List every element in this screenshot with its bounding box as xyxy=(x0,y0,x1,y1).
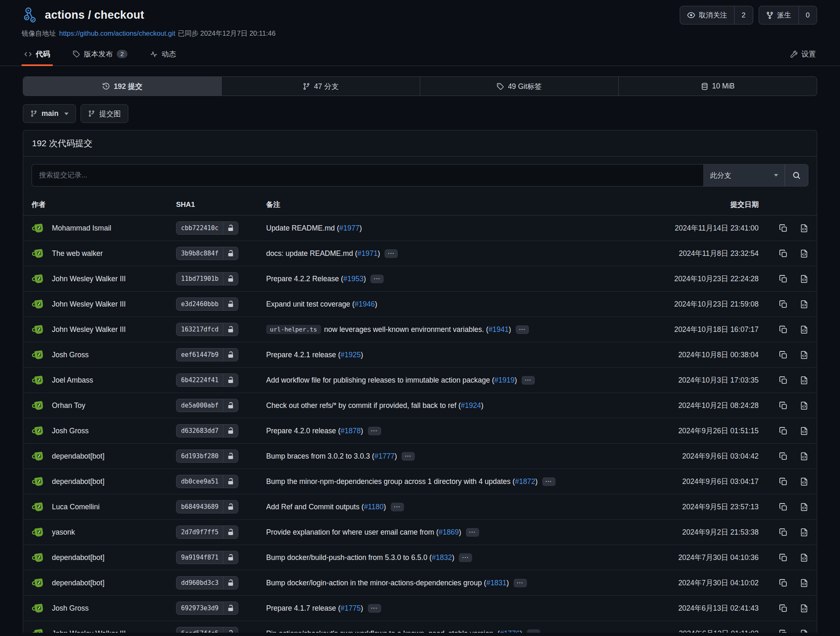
pr-link[interactable]: #1831 xyxy=(486,579,507,587)
fork-count[interactable]: 0 xyxy=(798,6,817,24)
copy-sha-button[interactable] xyxy=(779,528,788,537)
commit-author[interactable]: dependabot[bot] xyxy=(52,452,105,461)
expand-commit-body-button[interactable]: ··· xyxy=(522,376,535,385)
expand-commit-body-button[interactable]: ··· xyxy=(527,629,540,633)
pr-link[interactable]: #1776 xyxy=(500,629,520,633)
commit-author[interactable]: yasonk xyxy=(52,528,75,537)
pr-link[interactable]: #1872 xyxy=(515,477,535,486)
commit-message[interactable]: Add workflow file for publishing release… xyxy=(266,376,495,385)
copy-sha-button[interactable] xyxy=(779,503,788,511)
copy-sha-button[interactable] xyxy=(779,604,788,613)
pr-link[interactable]: #1925 xyxy=(340,351,361,359)
browse-code-button[interactable] xyxy=(800,427,808,435)
commit-author[interactable]: dependabot[bot] xyxy=(52,553,105,562)
commit-message[interactable]: Bump braces from 3.0.2 to 3.0.3 ( xyxy=(266,452,375,461)
commit-author[interactable]: Josh Gross xyxy=(52,427,89,435)
commit-sha-badge[interactable]: b684943689 xyxy=(176,500,238,513)
watch-count[interactable]: 2 xyxy=(734,6,752,24)
copy-sha-button[interactable] xyxy=(779,249,788,258)
pr-link[interactable]: #1971 xyxy=(358,249,378,258)
browse-code-button[interactable] xyxy=(800,376,808,385)
commit-author[interactable]: John Wesley Walker III xyxy=(52,629,126,633)
commit-sha-badge[interactable]: 692973e3d9 xyxy=(176,602,238,615)
browse-code-button[interactable] xyxy=(800,553,808,562)
commit-sha-badge[interactable]: 11bd71901b xyxy=(176,272,238,285)
commit-message[interactable]: Provide explanation for where user email… xyxy=(266,528,438,537)
tab-releases[interactable]: 版本发布 2 xyxy=(71,44,129,66)
search-input[interactable] xyxy=(32,164,703,187)
browse-code-button[interactable] xyxy=(800,249,808,258)
commit-author[interactable]: Joel Ambass xyxy=(52,376,93,385)
copy-sha-button[interactable] xyxy=(779,629,788,633)
pr-link[interactable]: #1180 xyxy=(364,503,383,511)
commit-author[interactable]: Mohammad Ismail xyxy=(52,224,111,233)
commit-author[interactable]: John Wesley Walker III xyxy=(52,300,126,309)
browse-code-button[interactable] xyxy=(800,452,808,461)
branch-filter-select[interactable]: 此分支 xyxy=(703,164,785,187)
pr-link[interactable]: #1869 xyxy=(438,528,459,537)
commit-sha-badge[interactable]: cbb722410c xyxy=(176,221,238,235)
stat-commits[interactable]: 192 提交 xyxy=(23,77,222,96)
browse-code-button[interactable] xyxy=(800,325,808,334)
tab-settings[interactable]: 设置 xyxy=(789,44,817,66)
commit-message[interactable]: Expand unit test coverage ( xyxy=(266,300,355,309)
pr-link[interactable]: #1777 xyxy=(375,452,395,461)
expand-commit-body-button[interactable]: ··· xyxy=(384,249,398,258)
commit-message[interactable]: Pin actions/checkout's own workflows to … xyxy=(266,629,500,633)
commit-sha-badge[interactable]: 6d193bf280 xyxy=(176,449,238,463)
commit-author[interactable]: dependabot[bot] xyxy=(52,579,105,587)
browse-code-button[interactable] xyxy=(800,477,808,486)
commit-author[interactable]: John Wesley Walker III xyxy=(52,325,126,334)
commit-sha-badge[interactable]: 3b9b8c884f xyxy=(176,247,238,260)
stat-tags[interactable]: 49 Git标签 xyxy=(420,77,619,96)
fork-button[interactable]: 派生 0 xyxy=(759,6,817,25)
pr-link[interactable]: #1775 xyxy=(340,604,361,613)
commit-sha-badge[interactable]: 2d7d9f7ff5 xyxy=(176,525,238,539)
browse-code-button[interactable] xyxy=(800,275,808,283)
commit-message[interactable]: Update README.md ( xyxy=(266,224,339,233)
copy-sha-button[interactable] xyxy=(779,275,788,283)
copy-sha-button[interactable] xyxy=(779,325,788,334)
commit-sha-badge[interactable]: 9a9194f871 xyxy=(176,551,238,564)
browse-code-button[interactable] xyxy=(800,401,808,410)
expand-commit-body-button[interactable]: ··· xyxy=(542,477,556,486)
copy-sha-button[interactable] xyxy=(779,351,788,359)
commit-author[interactable]: Luca Comellini xyxy=(52,503,100,511)
browse-code-button[interactable] xyxy=(800,224,808,233)
expand-commit-body-button[interactable]: ··· xyxy=(402,452,415,461)
browse-code-button[interactable] xyxy=(800,351,808,359)
expand-commit-body-button[interactable]: ··· xyxy=(466,528,479,537)
commit-author[interactable]: Josh Gross xyxy=(52,604,89,613)
commit-message[interactable]: Prepare 4.2.0 release ( xyxy=(266,427,340,435)
commit-author[interactable]: Orhan Toy xyxy=(52,401,85,410)
commit-sha-badge[interactable]: db0cee9a51 xyxy=(176,475,238,488)
stat-size[interactable]: 10 MiB xyxy=(619,77,817,96)
pr-link[interactable]: #1941 xyxy=(488,325,509,334)
copy-sha-button[interactable] xyxy=(779,579,788,587)
copy-sha-button[interactable] xyxy=(779,300,788,309)
browse-code-button[interactable] xyxy=(800,528,808,537)
commit-author[interactable]: John Wesley Walker III xyxy=(52,275,126,283)
expand-commit-body-button[interactable]: ··· xyxy=(459,553,472,562)
commit-message[interactable]: Prepare 4.2.1 release ( xyxy=(266,351,340,359)
pr-link[interactable]: #1953 xyxy=(343,275,364,283)
browse-code-button[interactable] xyxy=(800,604,808,613)
commit-sha-badge[interactable]: de5a000abf xyxy=(176,399,238,412)
commit-message[interactable]: Bump docker/build-push-action from 5.3.0… xyxy=(266,553,432,562)
tab-code[interactable]: 代码 xyxy=(23,44,51,66)
commit-author[interactable]: dependabot[bot] xyxy=(52,477,105,486)
commit-sha-badge[interactable]: 6b42224f41 xyxy=(176,373,238,387)
pr-link[interactable]: #1878 xyxy=(340,427,361,435)
browse-code-button[interactable] xyxy=(800,300,808,309)
commit-sha-badge[interactable]: d632683dd7 xyxy=(176,424,238,437)
copy-sha-button[interactable] xyxy=(779,452,788,461)
copy-sha-button[interactable] xyxy=(779,401,788,410)
commit-message[interactable]: Bump the minor-npm-dependencies group ac… xyxy=(266,477,515,486)
watch-button[interactable]: 取消关注 2 xyxy=(680,6,753,25)
search-button[interactable] xyxy=(785,164,808,187)
pr-link[interactable]: #1832 xyxy=(432,553,452,562)
commit-author[interactable]: Josh Gross xyxy=(52,351,89,359)
commit-message[interactable]: Check out other refs/* by commit if prov… xyxy=(266,401,461,410)
browse-code-button[interactable] xyxy=(800,579,808,587)
commit-message[interactable]: Prepare 4.1.7 release ( xyxy=(266,604,340,613)
